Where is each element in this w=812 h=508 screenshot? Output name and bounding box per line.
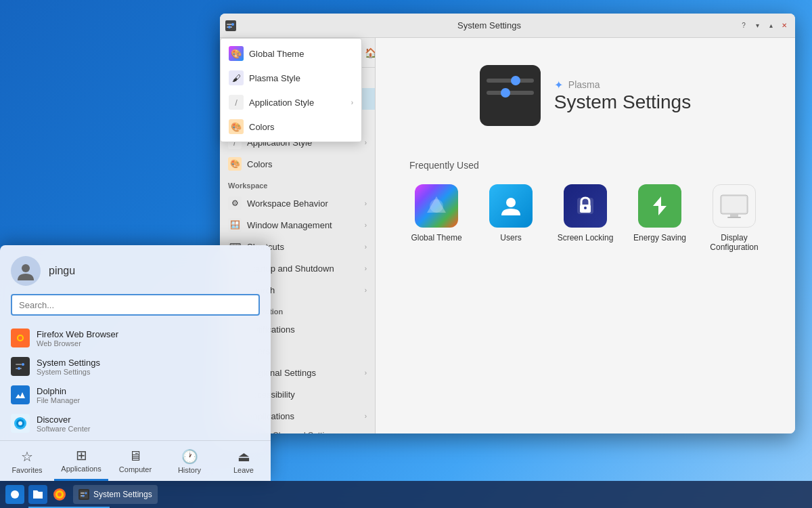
svg-point-30 [58, 492, 62, 496]
colors-icon: 🎨 [228, 157, 242, 171]
firefox-subtitle: Web Browser [37, 339, 118, 347]
svg-point-5 [430, 199, 443, 213]
system-settings-app-info: System Settings System Settings [37, 358, 100, 376]
taskbar-app-label: System Settings [93, 490, 152, 499]
dropdown-item-global-theme[interactable]: 🎨 Global Theme [221, 41, 361, 66]
svg-rect-13 [730, 214, 738, 217]
search-arrow: › [365, 287, 367, 294]
leave-label: Leave [233, 466, 254, 474]
freq-label-global-theme: Global Theme [411, 233, 461, 242]
dropdown-label-colors: Colors [249, 122, 275, 132]
launcher-nav-computer[interactable]: 🖥 Computer [108, 441, 162, 481]
freq-icon-screen-locking [564, 184, 607, 228]
sidebar-home-button[interactable]: 🏠 [365, 45, 376, 61]
window-help-button[interactable]: ? [738, 20, 749, 31]
hero-title: System Settings [554, 91, 691, 113]
svg-rect-0 [225, 20, 236, 31]
svg-point-21 [22, 363, 24, 366]
window-minimize-button[interactable]: ▾ [752, 20, 763, 31]
dolphin-icon [11, 385, 30, 404]
svg-point-23 [18, 367, 20, 370]
dropdown-item-application-style[interactable]: / Application Style › [221, 90, 361, 114]
frequently-used-label: Frequently Used [409, 160, 479, 171]
system-settings-launcher-icon [11, 357, 30, 376]
freq-item-global-theme[interactable]: Global Theme [406, 184, 467, 242]
launcher-app-discover[interactable]: Discover Software Center [0, 409, 271, 438]
dropdown-label-application-style: Application Style [249, 98, 314, 108]
window-title: System Settings [240, 20, 738, 30]
svg-point-6 [506, 198, 516, 207]
hero-icon [480, 65, 541, 126]
freq-item-screen-locking[interactable]: Screen Locking [555, 184, 616, 242]
window-close-button[interactable]: ✕ [779, 20, 790, 31]
system-settings-title: System Settings [37, 358, 100, 368]
svg-marker-10 [653, 196, 667, 215]
window-app-icon [225, 20, 236, 31]
dropdown-app-style-icon: / [229, 95, 244, 110]
hero-slider-2 [487, 91, 534, 95]
launcher-bottom: ☆ Favorites ⊞ Applications 🖥 Computer 🕐 … [0, 440, 271, 481]
launcher-nav-history[interactable]: 🕐 History [162, 441, 217, 481]
sidebar-section-workspace: Workspace [220, 175, 375, 192]
workspace-behavior-icon: ⚙ [228, 196, 242, 210]
workspace-behavior-arrow: › [365, 200, 367, 207]
dropdown-label-global-theme: Global Theme [249, 49, 304, 59]
system-settings-subtitle: System Settings [37, 368, 100, 376]
hero-text: ✦ Plasma System Settings [554, 79, 691, 113]
firefox-title: Firefox Web Browser [37, 329, 118, 339]
launcher-search-input[interactable] [11, 294, 260, 316]
dropdown-label-plasma-style: Plasma Style [249, 73, 300, 83]
launcher-top: pingu [0, 245, 271, 291]
freq-icon-users [489, 184, 533, 228]
window-maximize-button[interactable]: ▴ [765, 20, 776, 31]
freq-grid: Global Theme Users [406, 184, 765, 252]
discover-title: Discover [37, 415, 90, 425]
taskbar-start-button[interactable] [5, 485, 24, 504]
launcher-app-firefox[interactable]: Firefox Web Browser Web Browser [0, 324, 271, 352]
launcher-nav-leave[interactable]: ⏏ Leave [217, 441, 271, 481]
sidebar-item-workspace-behavior[interactable]: ⚙ Workspace Behavior › [220, 192, 375, 214]
launcher-username: pingu [49, 265, 75, 277]
svg-point-4 [228, 26, 231, 28]
svg-point-9 [584, 207, 587, 209]
dropdown-item-plasma-style[interactable]: 🖌 Plasma Style [221, 66, 361, 90]
freq-item-users[interactable]: Users [480, 184, 541, 242]
svg-rect-12 [722, 196, 746, 213]
taskbar-files-icon[interactable] [28, 485, 47, 504]
sidebar-item-colors[interactable]: 🎨 Colors [220, 153, 375, 175]
launcher-nav-applications[interactable]: ⊞ Applications [54, 441, 108, 481]
svg-rect-1 [227, 24, 232, 25]
taskbar-system-settings-app[interactable]: System Settings [73, 485, 158, 504]
launcher-search-row [0, 291, 271, 321]
favorites-label: Favorites [12, 466, 42, 474]
settings-hero: ✦ Plasma System Settings [480, 65, 691, 126]
launcher-app-system-settings[interactable]: System Settings System Settings [0, 352, 271, 381]
dropdown-item-colors[interactable]: 🎨 Colors [221, 114, 361, 139]
dropdown-colors-icon: 🎨 [229, 119, 244, 134]
freq-item-energy-saving[interactable]: Energy Saving [629, 184, 690, 242]
appearance-dropdown: 🎨 Global Theme 🖌 Plasma Style / Applicat… [220, 38, 362, 142]
taskbar-firefox-icon[interactable] [50, 485, 69, 504]
freq-label-energy-saving: Energy Saving [633, 233, 686, 242]
window-controls: ? ▾ ▴ ✕ [738, 20, 790, 31]
dolphin-title: Dolphin [37, 386, 80, 396]
applications-icon: ⊞ [76, 447, 87, 463]
launcher-nav-favorites[interactable]: ☆ Favorites [0, 441, 54, 481]
dropdown-global-theme-icon: 🎨 [229, 46, 244, 61]
leave-icon: ⏏ [238, 448, 250, 465]
applications-label: Applications [61, 465, 101, 473]
app-launcher: pingu Firefox Web Browser Web Browser Sy… [0, 245, 271, 481]
sidebar-label-colors: Colors [247, 159, 367, 169]
svg-point-35 [83, 495, 85, 497]
dropdown-app-style-arrow: › [351, 99, 353, 106]
startup-shutdown-arrow: › [365, 265, 367, 272]
taskbar: System Settings [0, 481, 812, 508]
sidebar-item-window-management[interactable]: 🪟 Window Management › [220, 214, 375, 236]
firefox-app-info: Firefox Web Browser Web Browser [37, 329, 118, 347]
dropdown-plasma-style-icon: 🖌 [229, 70, 244, 85]
window-management-icon: 🪟 [228, 218, 242, 232]
dolphin-subtitle: File Manager [37, 396, 80, 404]
shortcuts-arrow: › [365, 243, 367, 251]
launcher-app-dolphin[interactable]: Dolphin File Manager [0, 381, 271, 409]
freq-item-display-configuration[interactable]: DisplayConfiguration [704, 184, 765, 252]
